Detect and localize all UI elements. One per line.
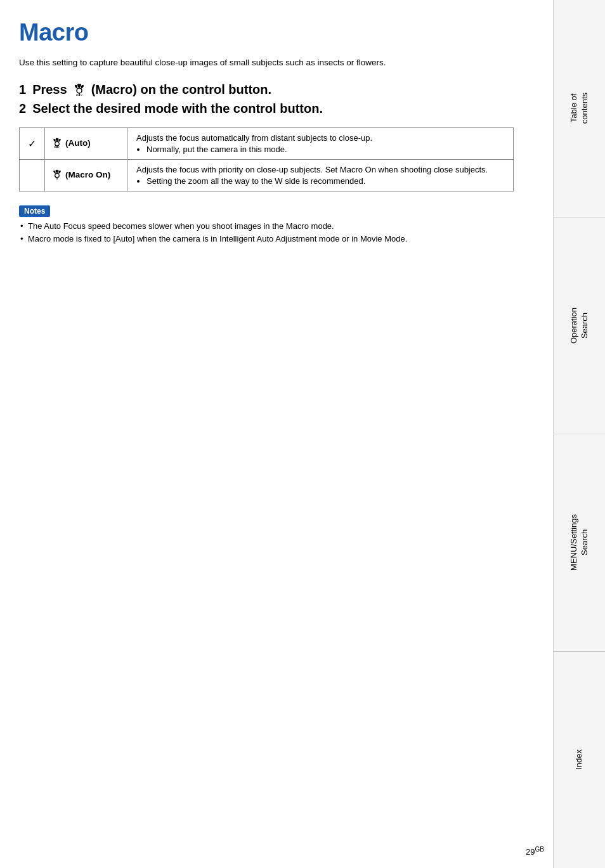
mode-table: ✓ AUTO (Auto) bbox=[19, 127, 514, 191]
svg-point-3 bbox=[55, 141, 60, 146]
svg-text:AUTO: AUTO bbox=[55, 146, 60, 148]
svg-point-6 bbox=[55, 173, 60, 178]
step-1-text-before: Press bbox=[32, 82, 67, 97]
auto-bullets: Normally, put the camera in this mode. bbox=[146, 145, 504, 154]
step-1: 1 Press AUTO (Macro) on the control butt… bbox=[19, 81, 548, 98]
sidebar-tab-toc[interactable]: Table ofcontents bbox=[554, 0, 605, 217]
notes-item-1: The Auto Focus speed becomes slower when… bbox=[19, 221, 548, 231]
macro-on-icon-cell: (Macro On) bbox=[51, 169, 110, 180]
sidebar-tab-index[interactable]: Index bbox=[554, 652, 605, 869]
page-num-text: 29 bbox=[526, 847, 535, 857]
mode-name-auto: AUTO (Auto) bbox=[45, 128, 127, 160]
step-2-number: 2 bbox=[19, 101, 26, 116]
page-number: 29GB bbox=[526, 846, 544, 857]
auto-mode-icon: AUTO (Auto) bbox=[51, 137, 91, 148]
sidebar-tab-index-label: Index bbox=[574, 749, 585, 770]
page-suffix: GB bbox=[535, 846, 544, 853]
step-1-text-after: (Macro) on the control button. bbox=[91, 82, 271, 97]
step-2-text: Select the desired mode with the control… bbox=[32, 101, 323, 116]
mode-name-macro-on: (Macro On) bbox=[45, 160, 127, 191]
macro-icon: AUTO bbox=[71, 81, 88, 98]
step-2: 2 Select the desired mode with the contr… bbox=[19, 101, 548, 116]
page-title: Macro bbox=[19, 19, 548, 46]
auto-label: (Auto) bbox=[65, 138, 91, 148]
sidebar-tab-operation-label: OperationSearch bbox=[569, 308, 590, 344]
sidebar-tab-menu[interactable]: MENU/SettingsSearch bbox=[554, 434, 605, 652]
notes-section: Notes The Auto Focus speed becomes slowe… bbox=[19, 205, 548, 243]
right-sidebar: Table ofcontents OperationSearch MENU/Se… bbox=[553, 0, 605, 868]
notes-label: Notes bbox=[19, 205, 50, 217]
auto-desc-text: Adjusts the focus automatically from dis… bbox=[136, 133, 372, 143]
checkmark-icon: ✓ bbox=[28, 138, 36, 149]
sidebar-tab-menu-label: MENU/SettingsSearch bbox=[569, 514, 590, 571]
auto-bullet-1: Normally, put the camera in this mode. bbox=[146, 145, 504, 154]
table-row: ✓ AUTO (Auto) bbox=[20, 128, 514, 160]
macro-on-desc-cell: Adjusts the focus with priority on close… bbox=[127, 160, 514, 191]
auto-desc-cell: Adjusts the focus automatically from dis… bbox=[127, 128, 514, 160]
notes-item-2: Macro mode is fixed to [Auto] when the c… bbox=[19, 234, 548, 243]
main-content: Macro Use this setting to capture beauti… bbox=[19, 0, 548, 272]
macro-on-label: (Macro On) bbox=[65, 170, 110, 179]
macro-on-bullets: Setting the zoom all the way to the W si… bbox=[146, 176, 504, 186]
macro-on-bullet-1: Setting the zoom all the way to the W si… bbox=[146, 176, 504, 186]
sidebar-tab-toc-label: Table ofcontents bbox=[569, 93, 590, 124]
sidebar-tab-operation[interactable]: OperationSearch bbox=[554, 217, 605, 435]
step-1-number: 1 bbox=[19, 82, 26, 97]
svg-text:AUTO: AUTO bbox=[76, 94, 82, 96]
macro-on-check-cell bbox=[20, 160, 45, 191]
svg-point-0 bbox=[77, 88, 82, 93]
table-row: (Macro On) Adjusts the focus with priori… bbox=[20, 160, 514, 191]
notes-list: The Auto Focus speed becomes slower when… bbox=[19, 221, 548, 243]
intro-text: Use this setting to capture beautiful cl… bbox=[19, 58, 548, 67]
macro-on-desc-text: Adjusts the focus with priority on close… bbox=[136, 165, 488, 174]
checkmark-cell: ✓ bbox=[20, 128, 45, 160]
steps-container: 1 Press AUTO (Macro) on the control butt… bbox=[19, 81, 548, 116]
